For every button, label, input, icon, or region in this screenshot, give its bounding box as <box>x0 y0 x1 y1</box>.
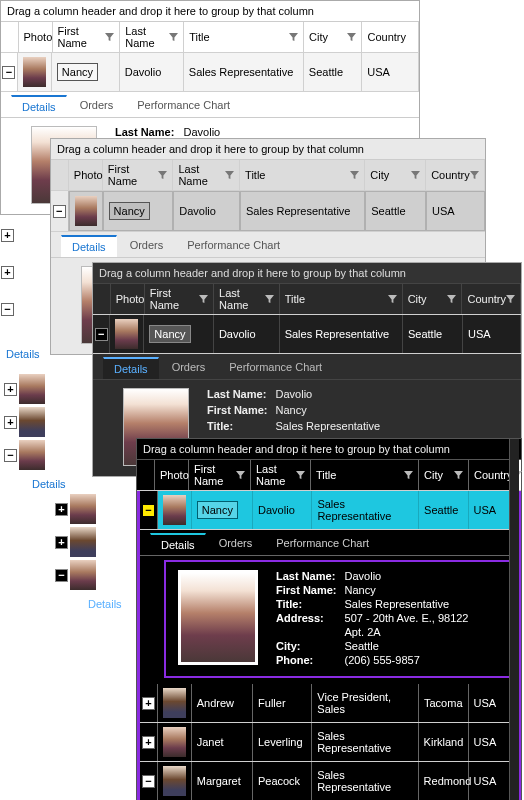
col-city[interactable]: City <box>365 160 426 190</box>
group-hint[interactable]: Drag a column header and drop it here to… <box>93 263 521 284</box>
avatar <box>70 560 96 590</box>
filter-icon[interactable] <box>506 295 515 304</box>
col-country[interactable]: Country <box>362 22 419 52</box>
col-city[interactable]: City <box>304 22 362 52</box>
expand-toggle[interactable]: + <box>140 723 158 761</box>
tab-details[interactable]: Details <box>32 478 66 490</box>
table-row[interactable]: − Nancy Davolio Sales Representative Sea… <box>93 315 521 354</box>
column-headers: Photo First Name Last Name Title City Co… <box>93 284 521 315</box>
table-row[interactable]: − Nancy Davolio Sales Representative Sea… <box>51 191 485 232</box>
value: Davolio <box>276 388 400 402</box>
filter-icon[interactable] <box>404 471 413 480</box>
filter-icon[interactable] <box>296 471 305 480</box>
tab-performance-chart[interactable]: Performance Chart <box>265 533 380 555</box>
col-city[interactable]: City <box>403 284 463 314</box>
avatar <box>19 440 45 470</box>
col-last-name[interactable]: Last Name <box>173 160 240 190</box>
group-hint[interactable]: Drag a column header and drop it here to… <box>1 1 419 22</box>
filter-icon[interactable] <box>454 471 463 480</box>
col-city[interactable]: City <box>419 460 469 490</box>
col-last-name[interactable]: Last Name <box>251 460 311 490</box>
cell-first-name[interactable]: Nancy <box>192 491 253 529</box>
cell-first-name[interactable]: Nancy <box>52 53 120 91</box>
cell-country: USA <box>463 315 521 353</box>
scrollbar[interactable] <box>509 439 519 800</box>
tab-details[interactable]: Details <box>11 95 67 117</box>
tab-details[interactable]: Details <box>103 357 159 379</box>
col-first-name[interactable]: First Name <box>103 160 174 190</box>
value: (206) 555-9857 <box>345 654 469 666</box>
col-first-name[interactable]: First Name <box>145 284 214 314</box>
label-first-name: First Name: <box>207 404 268 418</box>
filter-icon[interactable] <box>105 33 114 42</box>
col-title[interactable]: Title <box>240 160 365 190</box>
tab-details[interactable]: Details <box>61 235 117 257</box>
filter-icon[interactable] <box>289 33 298 42</box>
expand-toggle[interactable]: + <box>140 684 158 722</box>
filter-icon[interactable] <box>350 171 359 180</box>
expand-toggle[interactable]: − <box>140 762 158 800</box>
tab-details[interactable]: Details <box>0 344 46 364</box>
filter-icon[interactable] <box>199 295 208 304</box>
col-country[interactable]: Country <box>426 160 485 190</box>
cell-last-name: Davolio <box>214 315 280 353</box>
group-hint[interactable]: Drag a column header and drop it here to… <box>51 139 485 160</box>
tab-details[interactable]: Details <box>88 598 122 610</box>
tab-performance-chart[interactable]: Performance Chart <box>218 357 333 379</box>
detail-tabs: Details Orders Performance Chart <box>51 232 485 258</box>
expand-toggle[interactable]: − <box>51 191 69 231</box>
expand-toggle[interactable]: + <box>1 229 14 242</box>
tab-details[interactable]: Details <box>150 533 206 555</box>
col-country[interactable]: Country <box>462 284 521 314</box>
cell-city: Seattle <box>365 191 426 231</box>
avatar <box>163 766 186 796</box>
tab-orders[interactable]: Orders <box>69 95 125 117</box>
col-last-name[interactable]: Last Name <box>214 284 280 314</box>
filter-icon[interactable] <box>236 471 245 480</box>
expand-toggle[interactable]: + <box>1 266 14 279</box>
col-photo[interactable]: Photo <box>69 160 103 190</box>
expand-toggle[interactable]: − <box>1 303 14 316</box>
col-title[interactable]: Title <box>280 284 403 314</box>
table-row[interactable]: + Janet Leverling Sales Representative K… <box>140 723 518 762</box>
filter-icon[interactable] <box>470 171 479 180</box>
label-phone: Phone: <box>276 654 337 666</box>
cell-title: Sales Representative <box>280 315 403 353</box>
table-row[interactable]: − Nancy Davolio Sales Representative Sea… <box>1 53 419 92</box>
expander-col-header <box>51 160 69 190</box>
col-first-name[interactable]: First Name <box>189 460 251 490</box>
group-hint[interactable]: Drag a column header and drop it here to… <box>137 439 521 460</box>
cell-first-name[interactable]: Nancy <box>144 315 214 353</box>
cell-first-name[interactable]: Nancy <box>103 191 174 231</box>
filter-icon[interactable] <box>225 171 234 180</box>
table-row[interactable]: + Andrew Fuller Vice President, Sales Ta… <box>140 684 518 723</box>
filter-icon[interactable] <box>388 295 397 304</box>
col-first-name[interactable]: First Name <box>53 22 121 52</box>
filter-icon[interactable] <box>158 171 167 180</box>
tab-orders[interactable]: Orders <box>119 235 175 257</box>
cell-last-name: Fuller <box>253 684 312 722</box>
col-title[interactable]: Title <box>184 22 304 52</box>
col-photo[interactable]: Photo <box>19 22 53 52</box>
table-row[interactable]: − Margaret Peacock Sales Representative … <box>140 762 518 800</box>
tab-orders[interactable]: Orders <box>161 357 217 379</box>
filter-icon[interactable] <box>347 33 356 42</box>
tab-performance-chart[interactable]: Performance Chart <box>176 235 291 257</box>
cell-city: Redmond <box>419 762 469 800</box>
column-headers: Photo First Name Last Name Title City Co… <box>1 22 419 53</box>
expand-toggle[interactable]: − <box>1 53 18 91</box>
col-photo[interactable]: Photo <box>155 460 189 490</box>
filter-icon[interactable] <box>411 171 420 180</box>
label-last-name: Last Name: <box>276 570 337 582</box>
table-row[interactable]: − Nancy Davolio Sales Representative Sea… <box>140 491 518 530</box>
filter-icon[interactable] <box>169 33 178 42</box>
expand-toggle[interactable]: − <box>140 491 158 529</box>
col-photo[interactable]: Photo <box>111 284 145 314</box>
expand-toggle[interactable]: − <box>93 315 110 353</box>
col-title[interactable]: Title <box>311 460 419 490</box>
tab-performance-chart[interactable]: Performance Chart <box>126 95 241 117</box>
filter-icon[interactable] <box>447 295 456 304</box>
tab-orders[interactable]: Orders <box>208 533 264 555</box>
filter-icon[interactable] <box>265 295 274 304</box>
col-last-name[interactable]: Last Name <box>120 22 184 52</box>
